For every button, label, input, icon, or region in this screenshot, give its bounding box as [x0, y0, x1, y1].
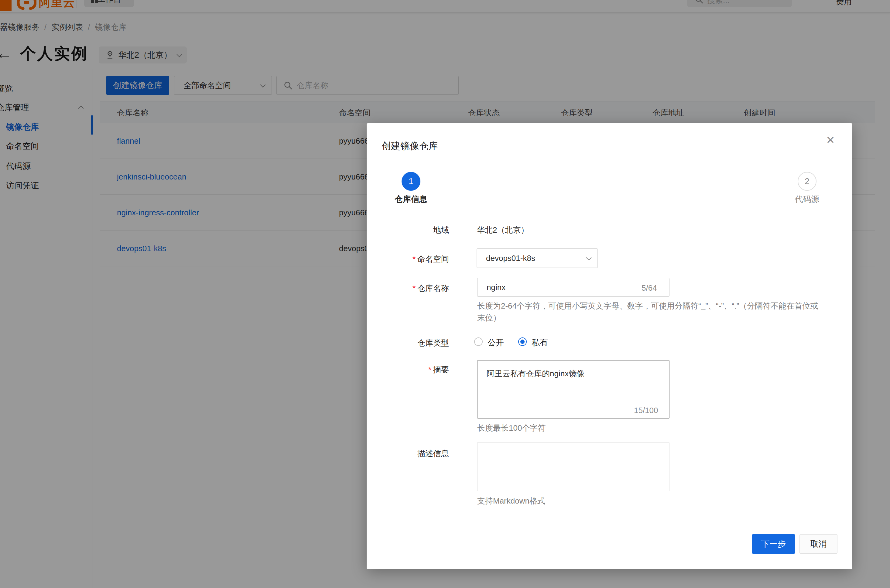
repo-name-helper: 长度为2-64个字符，可使用小写英文字母、数字，可使用分隔符“_”、“-”、“.…	[477, 300, 825, 324]
summary-label: 摘要	[404, 364, 449, 375]
description-label: 描述信息	[404, 448, 449, 459]
namespace-label: 命名空间	[404, 254, 449, 264]
region-value: 华北2（北京）	[477, 225, 528, 236]
console-page: 阿里云 工作台 费用 容器镜像服务/实例列表/镜像仓库 ← 个人实例 华北2（北…	[0, 0, 890, 588]
region-label: 地域	[404, 225, 449, 236]
step-2-circle: 2	[798, 172, 816, 191]
description-textarea[interactable]	[477, 442, 669, 491]
repo-name-input[interactable]	[477, 278, 669, 297]
description-helper: 支持Markdown格式	[477, 495, 545, 507]
step-1-circle: 1	[402, 172, 420, 191]
create-repo-modal: 创建镜像仓库 × 1 2 仓库信息 代码源 地域 华北2（北京） 命名空间 de…	[367, 123, 852, 569]
radio-public[interactable]	[474, 338, 483, 346]
next-step-button[interactable]: 下一步	[752, 534, 795, 554]
repo-type-label: 仓库类型	[404, 338, 449, 348]
summary-helper: 长度最长100个字符	[477, 422, 546, 434]
namespace-select-value: devops01-k8s	[486, 254, 586, 263]
radio-private-label[interactable]: 私有	[531, 337, 548, 348]
radio-public-label[interactable]: 公开	[488, 337, 504, 348]
radio-private[interactable]	[518, 338, 527, 346]
close-icon[interactable]: ×	[822, 131, 839, 148]
repo-name-label: 仓库名称	[404, 283, 449, 294]
repo-name-counter: 5/64	[642, 284, 657, 293]
modal-title: 创建镜像仓库	[381, 140, 438, 153]
step-1-label: 仓库信息	[381, 194, 441, 205]
cancel-button[interactable]: 取消	[800, 534, 837, 554]
step-2-label: 代码源	[777, 194, 837, 205]
chevron-down-icon	[586, 255, 591, 260]
summary-counter: 15/100	[634, 406, 658, 415]
step-connector	[428, 181, 788, 182]
namespace-select[interactable]: devops01-k8s	[477, 249, 598, 268]
